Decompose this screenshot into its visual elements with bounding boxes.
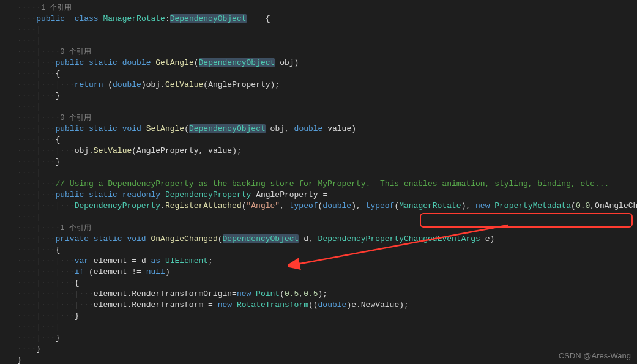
type-name: DependencyProperty — [75, 201, 160, 210]
param: obj — [280, 58, 294, 67]
keyword: double — [122, 58, 151, 67]
identifier: NewValue — [361, 300, 399, 310]
code-line[interactable]: ····|···private static void OnAngleChang… — [5, 234, 637, 245]
identifier: AngleProperty — [136, 146, 198, 155]
identifier: AngleProperty — [208, 80, 270, 89]
identifier: AngleProperty — [256, 190, 318, 199]
code-line[interactable]: ····|···|···if (element != null) — [5, 267, 637, 278]
keyword: void — [127, 234, 146, 243]
code-line[interactable]: ····|···public static readonly Dependenc… — [5, 190, 637, 201]
identifier: element — [94, 256, 127, 266]
keyword: typeof — [366, 201, 395, 210]
identifier: RenderTransform — [132, 300, 203, 310]
code-line[interactable]: ····| — [5, 102, 637, 113]
code-line[interactable]: ····|···// Using a DependencyProperty as… — [5, 179, 637, 190]
keyword: new — [237, 289, 251, 299]
code-line[interactable]: ····|···|···obj.SetValue(AngleProperty, … — [5, 146, 637, 157]
code-line[interactable]: ····|···|···|···element.RenderTransformO… — [5, 289, 637, 300]
code-line[interactable]: ····|···{ — [5, 69, 637, 80]
keyword: var — [75, 256, 89, 266]
code-line[interactable]: ····| — [5, 212, 637, 223]
identifier: OnAngleChanged — [595, 201, 637, 210]
code-line[interactable]: ····|···|···|···element.RenderTransform … — [5, 300, 637, 311]
type-name: DependencyProperty — [165, 190, 251, 199]
keyword: double — [113, 80, 141, 89]
param: d — [304, 234, 308, 243]
type-name: DependencyObject — [170, 14, 247, 23]
code-line[interactable]: ····|···} — [5, 91, 637, 102]
keyword: double — [318, 300, 347, 310]
method-name: SetValue — [94, 146, 132, 155]
code-line[interactable]: ····|···public static void SetAngle(Depe… — [5, 124, 637, 135]
keyword: public — [55, 124, 84, 133]
code-line[interactable]: ····|···} — [5, 157, 637, 168]
identifier: element — [94, 300, 127, 310]
code-line[interactable]: ····|···{ — [5, 135, 637, 146]
codelens-line: ·····1 个引用 — [5, 2, 637, 13]
code-line[interactable]: } — [5, 355, 637, 364]
keyword: private — [55, 234, 89, 243]
code-line[interactable]: ····|···|···{ — [5, 278, 637, 289]
code-line[interactable]: ····| — [5, 168, 637, 179]
code-line[interactable]: ····|···} — [5, 333, 637, 344]
codelens-ref[interactable]: 0 个引用 — [60, 48, 91, 56]
code-editor[interactable]: ·····1 个引用 ····public class ManagerRotat… — [0, 0, 637, 364]
keyword: return — [75, 80, 103, 89]
keyword: static — [89, 124, 117, 133]
codelens-ref[interactable]: 1 个引用 — [60, 224, 91, 232]
identifier: d — [141, 256, 146, 266]
keyword: static — [89, 190, 117, 199]
code-line[interactable]: ····|···|···DependencyProperty.RegisterA… — [5, 201, 637, 212]
method-name: GetValue — [165, 80, 203, 89]
number: 0.0 — [576, 201, 590, 210]
watermark: CSDN @Ares-Wang — [559, 351, 631, 360]
method-name: SetAngle — [146, 124, 184, 133]
method-name: OnAngleChanged — [151, 234, 218, 243]
type-name: ManagerRotate — [103, 14, 165, 23]
code-line[interactable]: ····|···{ — [5, 245, 637, 256]
code-line[interactable]: ····|···|···} — [5, 311, 637, 322]
keyword: public — [55, 190, 84, 199]
keyword: public — [55, 58, 84, 67]
keyword: as — [151, 256, 161, 266]
code-line[interactable]: ····|···|···return (double)obj.GetValue(… — [5, 80, 637, 91]
string-literal: "Angle" — [247, 201, 280, 210]
comment: // Using a DependencyProperty as the bac… — [55, 179, 609, 188]
number: 0.5 — [304, 289, 318, 299]
identifier: RenderTransformOrigin — [132, 289, 232, 299]
type-name: RotateTransform — [237, 300, 308, 310]
type-name: PropertyMetadata — [494, 201, 571, 210]
identifier: value — [208, 146, 232, 155]
code-line[interactable]: ····|···|···var element = d as UIElement… — [5, 256, 637, 267]
type-name: DependencyObject — [223, 234, 299, 243]
code-line[interactable]: ····|···public static double GetAngle(De… — [5, 58, 637, 69]
code-line[interactable]: ····} — [5, 344, 637, 355]
keyword: double — [322, 201, 351, 210]
identifier: obj — [146, 80, 160, 89]
identifier: element — [94, 267, 127, 277]
code-line[interactable]: ····public class ManagerRotate:Dependenc… — [5, 13, 637, 24]
keyword: class — [75, 14, 99, 23]
keyword: readonly — [122, 190, 160, 199]
method-name: GetAngle — [155, 58, 193, 67]
param: value — [327, 124, 351, 133]
type-name: ManagerRotate — [399, 201, 461, 210]
keyword: typeof — [289, 201, 318, 210]
identifier: e — [351, 300, 356, 310]
method-name: RegisterAttached — [165, 201, 242, 210]
keyword: if — [75, 267, 84, 277]
type-name: Point — [256, 289, 280, 299]
number: 0.5 — [285, 289, 299, 299]
keyword: null — [146, 267, 165, 277]
codelens-line: ····|····0 个引用 — [5, 113, 637, 124]
type-name: DependencyPropertyChangedEventArgs — [318, 234, 480, 243]
code-line[interactable]: ····|···| — [5, 322, 637, 333]
code-line[interactable]: ····| — [5, 24, 637, 35]
codelens-ref[interactable]: 1 个引用 — [41, 4, 72, 12]
keyword: static — [94, 234, 122, 243]
code-line[interactable]: ····| — [5, 35, 637, 46]
keyword: new — [218, 300, 232, 310]
codelens-ref[interactable]: 0 个引用 — [60, 114, 91, 122]
type-name: DependencyObject — [199, 58, 275, 67]
identifier: obj — [75, 146, 89, 155]
